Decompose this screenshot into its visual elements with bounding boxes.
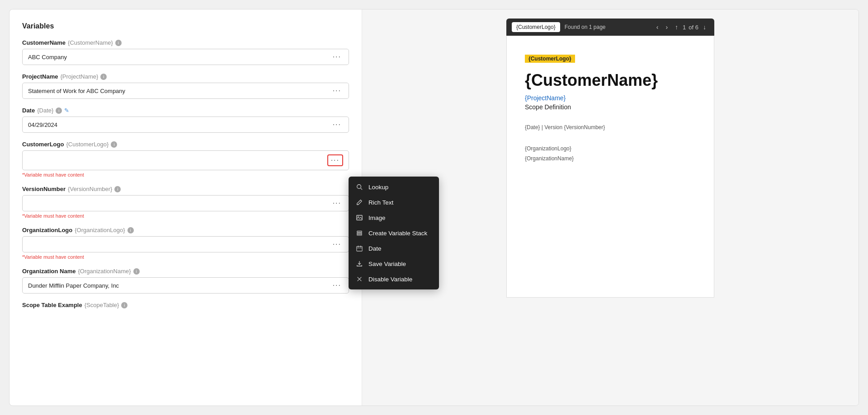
variable-section-org-name: Organization Name {OrganizationName} i ·…	[22, 268, 349, 294]
variable-section-project-name: ProjectName {ProjectName} i ···	[22, 73, 349, 99]
variable-section-scope-table: Scope Table Example {ScopeTable} i	[22, 302, 349, 308]
dots-btn-date[interactable]: ···	[331, 121, 343, 129]
calendar-icon	[356, 245, 363, 252]
input-row-version-number: ···	[22, 195, 349, 211]
variable-label-org-name: Organization Name {OrganizationName} i	[22, 268, 349, 275]
dots-btn-org-name[interactable]: ···	[331, 281, 343, 289]
org-logos: {OrganizationLogo} {OrganizationName}	[525, 144, 696, 163]
menu-item-image[interactable]: Image	[349, 210, 439, 225]
date-version: {Date} | Version {VersionNumber}	[525, 124, 696, 131]
input-customer-name[interactable]	[28, 54, 331, 61]
doc-content: {CustomerLogo} {CustomerName} {ProjectNa…	[506, 36, 714, 298]
project-name-link: {ProjectName}	[525, 94, 696, 102]
image-icon	[356, 214, 363, 221]
info-icon-customer-logo[interactable]: i	[111, 141, 117, 148]
menu-item-disable-variable[interactable]: Disable Variable	[349, 271, 439, 287]
menu-item-date[interactable]: Date	[349, 241, 439, 256]
stack-icon	[356, 229, 363, 237]
pen-icon	[356, 199, 363, 206]
variable-label-version-number: VersionNumber {VersionNumber} i	[22, 186, 349, 192]
input-row-project-name: ···	[22, 83, 349, 99]
input-row-org-logo: ···	[22, 236, 349, 252]
panel-title: Variables	[22, 22, 349, 30]
menu-item-lookup[interactable]: Lookup	[349, 179, 439, 195]
menu-item-create-variable-stack[interactable]: Create Variable Stack	[349, 225, 439, 241]
total-pages: of 6	[689, 24, 698, 31]
customer-logo-tag: {CustomerLogo}	[525, 55, 575, 63]
info-icon-version-number[interactable]: i	[114, 186, 121, 192]
doc-tag: {CustomerLogo}	[512, 22, 560, 32]
input-row-org-name: ···	[22, 277, 349, 294]
left-panel: Variables CustomerName {CustomerName} i …	[9, 9, 362, 406]
input-version-number[interactable]	[28, 200, 331, 207]
menu-item-rich-text[interactable]: Rich Text	[349, 195, 439, 210]
doc-toolbar: {CustomerLogo} Found on 1 page ‹ › ↑ 1 o…	[506, 19, 714, 36]
menu-item-save-variable[interactable]: Save Variable	[349, 256, 439, 271]
error-org-logo: *Variable must have content	[22, 254, 349, 260]
nav-prev-btn[interactable]: ‹	[654, 23, 661, 32]
found-text: Found on 1 page	[565, 24, 606, 30]
info-icon-project-name[interactable]: i	[100, 74, 107, 80]
input-row-customer-name: ···	[22, 49, 349, 65]
org-name-tag: {OrganizationName}	[525, 154, 696, 164]
download-icon	[356, 260, 363, 267]
variable-section-org-logo: OrganizationLogo {OrganizationLogo} i ··…	[22, 227, 349, 260]
input-row-customer-logo: ···	[22, 150, 349, 170]
info-icon-customer-name[interactable]: i	[115, 40, 122, 46]
edit-icon-date[interactable]: ✎	[64, 107, 69, 114]
toolbar-nav: ‹ › ↑ 1 of 6 ↓	[654, 23, 709, 32]
nav-down-btn[interactable]: ↓	[700, 23, 709, 32]
input-row-date: ···	[22, 117, 349, 133]
org-logo-tag: {OrganizationLogo}	[525, 144, 696, 154]
doc-viewer: {CustomerLogo} Found on 1 page ‹ › ↑ 1 o…	[506, 19, 714, 298]
variable-label-project-name: ProjectName {ProjectName} i	[22, 73, 349, 80]
variable-section-date: Date {Date} i ✎ ···	[22, 107, 349, 133]
dots-btn-org-logo[interactable]: ···	[331, 240, 343, 248]
page-number: 1	[683, 24, 686, 31]
input-date[interactable]	[28, 121, 331, 128]
input-customer-logo[interactable]	[28, 157, 327, 164]
input-project-name[interactable]	[28, 88, 331, 94]
info-icon-org-name[interactable]: i	[133, 268, 140, 275]
dots-btn-customer-name[interactable]: ···	[331, 53, 343, 61]
dropdown-menu: Lookup Rich Text Image	[349, 177, 439, 289]
variable-label-org-logo: OrganizationLogo {OrganizationLogo} i	[22, 227, 349, 233]
variable-section-customer-name: CustomerName {CustomerName} i ···	[22, 39, 349, 65]
scope-text: Scope Definition	[525, 103, 696, 111]
svg-rect-4	[357, 231, 362, 233]
variable-label-customer-name: CustomerName {CustomerName} i	[22, 39, 349, 46]
nav-up-btn[interactable]: ↑	[672, 23, 681, 32]
svg-point-0	[357, 185, 361, 189]
dots-btn-project-name[interactable]: ···	[331, 87, 343, 95]
svg-rect-2	[357, 215, 362, 220]
dots-btn-customer-logo[interactable]: ···	[327, 154, 343, 166]
variable-label-scope-table: Scope Table Example {ScopeTable} i	[22, 302, 349, 308]
dots-btn-version-number[interactable]: ···	[331, 199, 343, 207]
svg-line-1	[361, 188, 363, 190]
variable-label-customer-logo: CustomerLogo {CustomerLogo} i	[22, 141, 349, 148]
svg-rect-7	[357, 247, 362, 252]
info-icon-org-logo[interactable]: i	[127, 227, 134, 233]
customer-name-heading: {CustomerName}	[525, 71, 696, 90]
info-icon-scope-table[interactable]: i	[121, 302, 127, 308]
svg-rect-5	[357, 233, 362, 234]
search-icon	[356, 183, 363, 191]
variable-section-customer-logo: CustomerLogo {CustomerLogo} i ··· *Varia…	[22, 141, 349, 177]
input-org-logo[interactable]	[28, 241, 331, 248]
info-icon-date[interactable]: i	[56, 107, 62, 114]
variable-section-version-number: VersionNumber {VersionNumber} i ··· *Var…	[22, 186, 349, 219]
variable-label-date: Date {Date} i ✎	[22, 107, 349, 114]
main-container: Variables CustomerName {CustomerName} i …	[9, 9, 859, 406]
nav-next-btn[interactable]: ›	[663, 23, 670, 32]
svg-rect-6	[357, 234, 362, 236]
close-icon	[356, 275, 363, 283]
error-version-number: *Variable must have content	[22, 213, 349, 219]
input-org-name[interactable]	[28, 282, 331, 289]
error-customer-logo: *Variable must have content	[22, 172, 349, 177]
